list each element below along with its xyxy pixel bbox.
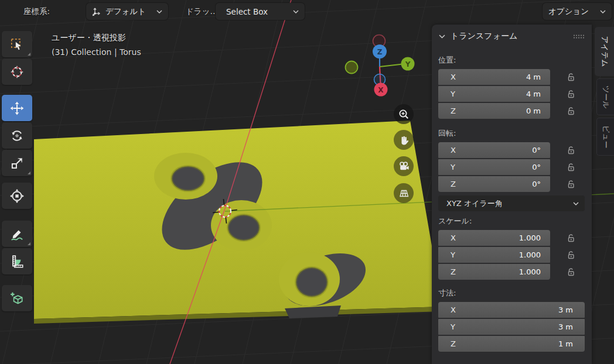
grid-icon: [398, 187, 410, 199]
navigation-gizmo[interactable]: Z Y X: [337, 26, 419, 99]
chevron-down-icon: [573, 202, 579, 205]
svg-text:Y: Y: [405, 60, 411, 68]
measure-icon: [9, 254, 25, 269]
axis-neg-y-ball[interactable]: [346, 61, 358, 74]
rotation-y-field[interactable]: Y 0°: [438, 159, 550, 175]
lock-location-z[interactable]: [567, 107, 576, 115]
hand-icon: [398, 134, 410, 146]
tool-annotate[interactable]: [2, 221, 32, 247]
location-z-field[interactable]: Z 0 m: [438, 103, 550, 119]
lock-scale-y[interactable]: [567, 250, 576, 259]
camera-icon: [398, 160, 410, 172]
rotation-x-field[interactable]: X 0°: [438, 142, 550, 158]
orientation-dropdown[interactable]: デフォルト: [86, 3, 168, 20]
unlock-icon: [567, 233, 576, 242]
location-section-label: 位置:: [438, 55, 592, 66]
location-y-field[interactable]: Y 4 m: [438, 86, 550, 102]
tab-item[interactable]: アイテム: [595, 27, 614, 76]
dimensions-y-field[interactable]: Y 3 m: [438, 319, 585, 335]
tool-add-cube[interactable]: [2, 285, 32, 311]
transform-panel: トランスフォーム 位置: X 4 m: [432, 25, 592, 364]
tool-measure[interactable]: [2, 248, 32, 274]
blender-window: 座標系: デフォルト ドラッ… Select Box オプション: [0, 0, 614, 364]
rotation-section-label: 回転:: [438, 128, 592, 139]
unlock-icon: [567, 73, 576, 81]
unlock-icon: [567, 90, 576, 98]
lock-scale-x[interactable]: [567, 233, 576, 242]
chevron-down-icon: [600, 10, 606, 13]
coordinate-system-label: 座標系:: [23, 6, 50, 17]
lock-rotation-x[interactable]: [567, 146, 576, 154]
tool-scale[interactable]: [2, 150, 32, 176]
tool-rotate[interactable]: [2, 122, 32, 149]
cursor-tool-icon: [9, 64, 25, 80]
add-cube-icon: [9, 291, 25, 306]
axis-z-ball[interactable]: Z: [373, 44, 387, 59]
unlock-icon: [567, 267, 576, 276]
torus-object[interactable]: [279, 252, 340, 306]
panel-collapse-chevron[interactable]: [439, 35, 445, 39]
lock-rotation-y[interactable]: [567, 163, 576, 171]
options-value: オプション: [548, 6, 595, 17]
dimensions-x-field[interactable]: X 3 m: [438, 302, 585, 318]
torus-object[interactable]: [154, 153, 217, 200]
dimensions-section-label: 寸法:: [438, 288, 592, 298]
tool-transform[interactable]: [2, 183, 32, 209]
scale-z-field[interactable]: Z 1.000: [438, 264, 550, 280]
rotate-icon: [9, 128, 25, 143]
tool-cursor[interactable]: [2, 59, 32, 85]
camera-view-button[interactable]: [394, 156, 414, 176]
scale-icon: [9, 156, 25, 171]
tool-move[interactable]: [2, 95, 32, 121]
scale-section-label: スケール:: [438, 216, 592, 226]
options-dropdown[interactable]: オプション: [543, 3, 612, 20]
select-mode-dropdown[interactable]: Select Box: [216, 3, 305, 20]
rotation-z-field[interactable]: Z 0°: [438, 176, 550, 192]
panel-title: トランスフォーム: [451, 31, 568, 42]
chevron-down-icon: [293, 10, 299, 13]
scale-y-field[interactable]: Y 1.000: [438, 247, 550, 263]
svg-text:Z: Z: [377, 48, 383, 56]
lock-location-y[interactable]: [567, 90, 576, 98]
chevron-down-icon: [156, 10, 162, 13]
magnifier-icon: [398, 108, 410, 120]
svg-text:X: X: [378, 86, 384, 94]
select-box-icon: [9, 37, 25, 52]
unlock-icon: [567, 163, 576, 171]
panel-drag-grip[interactable]: [573, 34, 585, 39]
location-x-field[interactable]: X 4 m: [438, 69, 550, 85]
tool-select-box[interactable]: [2, 31, 32, 57]
axis-y-ball[interactable]: Y: [401, 57, 415, 71]
zoom-button[interactable]: [394, 104, 414, 124]
unlock-icon: [567, 146, 576, 154]
orientation-value: デフォルト: [105, 6, 152, 17]
scale-x-field[interactable]: X 1.000: [438, 230, 550, 246]
move-icon: [9, 101, 25, 116]
view-info-label: ユーザー・透視投影: [52, 33, 126, 43]
orientation-icon: [92, 7, 101, 16]
unlock-icon: [567, 107, 576, 115]
pan-button[interactable]: [394, 130, 414, 150]
unlock-icon: [567, 250, 576, 259]
dimensions-z-field[interactable]: Z 1 m: [438, 336, 585, 352]
annotate-icon: [9, 226, 25, 242]
axis-x-ball[interactable]: X: [374, 83, 388, 97]
toggle-ortho-button[interactable]: [394, 183, 414, 203]
tab-view[interactable]: ビュー: [596, 118, 614, 156]
transform-icon: [9, 188, 25, 204]
tab-tool[interactable]: ツール: [596, 78, 614, 115]
drag-label: ドラッ…: [186, 6, 218, 17]
unlock-icon: [567, 180, 576, 188]
lock-location-x[interactable]: [567, 73, 576, 81]
lock-rotation-z[interactable]: [567, 180, 576, 188]
rotation-mode-dropdown[interactable]: XYZ オイラー角: [438, 195, 585, 211]
active-object-label: (31) Collection | Torus: [52, 47, 141, 57]
lock-scale-z[interactable]: [567, 267, 576, 276]
select-mode-value: Select Box: [226, 7, 288, 16]
